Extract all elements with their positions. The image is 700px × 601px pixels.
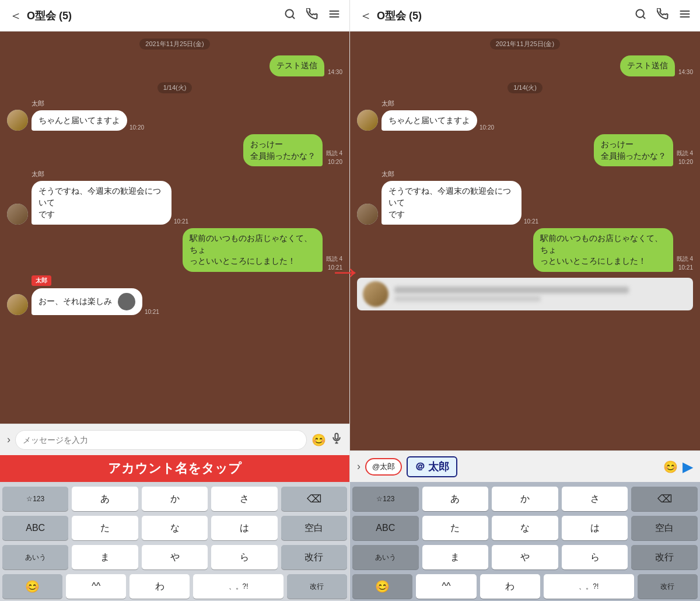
- left-msg3-meta: 既読 4 10:20: [326, 149, 342, 165]
- right-key-ka[interactable]: か: [492, 487, 558, 511]
- left-key-abc[interactable]: ABC: [2, 516, 68, 540]
- left-key-return[interactable]: 改行: [287, 574, 347, 599]
- right-send-button[interactable]: ▶: [682, 459, 693, 475]
- right-mention-label[interactable]: ＠ 太郎: [407, 456, 457, 477]
- right-key-aiu[interactable]: あいう: [352, 545, 419, 569]
- left-key-sa[interactable]: さ: [211, 487, 277, 511]
- right-key-abc[interactable]: ABC: [352, 516, 419, 540]
- right-key-space[interactable]: 空白: [631, 516, 698, 540]
- left-keyboard: ☆123 あ か さ ⌫ ABC た な は 空白 あいう ま や ら 改行 😊…: [0, 482, 349, 601]
- left-key-ma[interactable]: ま: [72, 545, 138, 569]
- right-msg3-meta: 既読 4 10:20: [677, 149, 693, 165]
- right-key-sa[interactable]: さ: [562, 487, 628, 511]
- left-kb-row2: ABC た な は 空白: [2, 516, 347, 540]
- right-key-punct[interactable]: 、。?!: [544, 574, 634, 599]
- left-key-na[interactable]: な: [142, 516, 208, 540]
- left-date-old: 2021年11月25日(金): [139, 39, 209, 50]
- right-key-emoji[interactable]: 😊: [352, 574, 412, 599]
- right-msg4-avatar: [357, 204, 378, 225]
- right-emoji-button[interactable]: 😊: [663, 460, 678, 474]
- left-panel: ＜ O型会 (5) 2021年11月25日(金) 14:30 テスト送信 1/1…: [0, 0, 350, 601]
- left-key-enter[interactable]: 改行: [281, 545, 347, 569]
- left-avatar-cat2: [7, 204, 28, 225]
- right-msg2-avatar: [357, 110, 378, 131]
- left-key-wa[interactable]: わ: [130, 574, 190, 599]
- right-key-ra[interactable]: ら: [562, 545, 628, 569]
- left-key-emoji[interactable]: 😊: [2, 574, 62, 599]
- left-banner: アカウント名をタップ: [0, 455, 349, 482]
- left-search-icon[interactable]: [284, 8, 296, 23]
- right-date-old: 2021年11月25日(金): [490, 39, 560, 50]
- left-msg4-group: 太郎 そうですね、今週末の歓迎会について です 10:21: [32, 170, 188, 225]
- left-emoji-button[interactable]: 😊: [312, 433, 326, 447]
- right-key-ma[interactable]: ま: [422, 545, 489, 569]
- left-msg2-group: 太郎 ちゃんと届いてますよ 10:20: [32, 99, 144, 131]
- svg-rect-5: [335, 434, 338, 439]
- right-msg2-time: 10:20: [480, 124, 494, 131]
- left-key-backspace[interactable]: ⌫: [281, 487, 347, 511]
- right-chat-area: 2021年11月25日(金) 14:30 テスト送信 1/14(火) 太郎 ちゃ…: [350, 32, 700, 450]
- right-mention-avatar-blur: [363, 281, 388, 307]
- left-key-ka[interactable]: か: [142, 487, 208, 511]
- left-msg1-row: 14:30 テスト送信: [7, 55, 342, 76]
- right-key-ha[interactable]: は: [562, 516, 628, 540]
- left-chat-title: O型会 (5): [27, 9, 284, 23]
- left-back-button[interactable]: ＜: [9, 7, 22, 25]
- right-key-ta[interactable]: た: [422, 516, 489, 540]
- left-msg6-time: 10:21: [145, 309, 159, 315]
- left-key-ha[interactable]: は: [211, 516, 277, 540]
- left-msg5-bubble: 駅前のいつものお店じゃなくて、ちょ っといいところにしました！: [183, 228, 323, 272]
- right-avatar-cat2: [357, 204, 378, 225]
- left-message-input[interactable]: [15, 430, 307, 450]
- right-back-button[interactable]: ＜: [359, 7, 372, 25]
- right-msg5-row: 既読 4 10:21 駅前のいつものお店じゃなくて、ちょ っといいところにしまし…: [357, 228, 693, 272]
- left-key-laugh[interactable]: ^^: [66, 574, 126, 599]
- left-mic-button[interactable]: [331, 432, 342, 447]
- right-key-ya[interactable]: や: [492, 545, 558, 569]
- left-key-space[interactable]: 空白: [281, 516, 347, 540]
- right-mention-input[interactable]: @太郎: [365, 458, 402, 476]
- right-key-a[interactable]: あ: [422, 487, 489, 511]
- left-chat-area: 2021年11月25日(金) 14:30 テスト送信 1/14(火) 太郎 ちゃ…: [0, 32, 349, 424]
- right-search-icon[interactable]: [635, 8, 646, 23]
- left-key-ta[interactable]: た: [72, 516, 138, 540]
- left-header-icons: [284, 8, 340, 23]
- right-header-icons: [635, 8, 691, 23]
- left-msg4-row: 太郎 そうですね、今週末の歓迎会について です 10:21: [7, 170, 342, 225]
- right-expand-icon[interactable]: ›: [357, 460, 360, 473]
- left-key-punct[interactable]: 、。?!: [193, 574, 284, 599]
- right-key-num[interactable]: ☆123: [352, 487, 419, 511]
- right-key-wa[interactable]: わ: [480, 574, 540, 599]
- left-msg6-avatar: [7, 294, 28, 315]
- right-kb-row3: あいう ま や ら 改行: [352, 545, 698, 569]
- right-key-return[interactable]: 改行: [638, 574, 698, 599]
- left-msg1-meta: 14:30: [328, 69, 342, 75]
- right-menu-icon[interactable]: [679, 8, 691, 23]
- right-key-enter[interactable]: 改行: [631, 545, 698, 569]
- right-msg2-group: 太郎 ちゃんと届いてますよ 10:20: [382, 99, 494, 131]
- left-kb-row3: あいう ま や ら 改行: [2, 545, 347, 569]
- left-key-ra[interactable]: ら: [211, 545, 277, 569]
- left-key-ya[interactable]: や: [142, 545, 208, 569]
- right-panel: ＜ O型会 (5) 2021年11月25日(金) 14:30 テスト送信 1/1…: [350, 0, 700, 601]
- left-key-aiu[interactable]: あいう: [2, 545, 68, 569]
- right-kb-row4: 😊 ^^ わ 、。?! 改行: [352, 574, 698, 599]
- left-key-a[interactable]: あ: [72, 487, 138, 511]
- right-phone-icon[interactable]: [657, 8, 668, 23]
- left-name-tag: 太郎: [32, 275, 51, 286]
- right-mention-suggestion-row[interactable]: [357, 278, 693, 310]
- left-input-area: › 😊: [0, 424, 349, 455]
- left-expand-icon[interactable]: ›: [7, 434, 10, 446]
- left-header: ＜ O型会 (5): [0, 0, 349, 32]
- left-menu-icon[interactable]: [328, 8, 340, 23]
- left-phone-icon[interactable]: [306, 8, 318, 23]
- right-msg4-sender: 太郎: [382, 170, 538, 179]
- left-key-num[interactable]: ☆123: [2, 487, 68, 511]
- right-msg5-bubble: 駅前のいつものお店じゃなくて、ちょ っといいところにしました！: [533, 228, 673, 272]
- right-key-na[interactable]: な: [492, 516, 558, 540]
- right-date-new: 1/14(火): [508, 82, 542, 93]
- right-msg2-sender: 太郎: [382, 99, 494, 108]
- right-key-backspace[interactable]: ⌫: [631, 487, 698, 511]
- right-key-laugh[interactable]: ^^: [416, 574, 476, 599]
- left-msg2-time: 10:20: [130, 124, 144, 131]
